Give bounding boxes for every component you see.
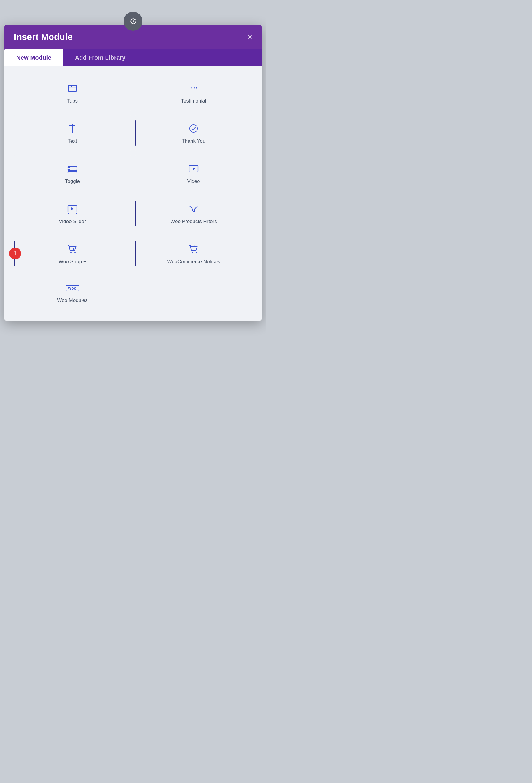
svg-text:": " bbox=[194, 85, 197, 94]
svg-rect-0 bbox=[68, 85, 76, 91]
tabs-label: Tabs bbox=[67, 98, 78, 104]
modal-title: Insert Module bbox=[14, 32, 73, 42]
badge-1: 1 bbox=[9, 248, 21, 259]
woo-shop-icon bbox=[67, 244, 78, 256]
module-woo-products-filters[interactable]: Woo Products Filters bbox=[135, 195, 252, 231]
thank-you-label: Thank You bbox=[182, 138, 206, 145]
svg-point-21 bbox=[74, 252, 76, 253]
module-woocommerce-notices[interactable]: WooCommerce Notices bbox=[135, 236, 252, 272]
modal-content: Tabs " " Testimonial bbox=[4, 66, 261, 321]
svg-point-20 bbox=[70, 252, 71, 253]
text-icon bbox=[67, 123, 78, 135]
module-woo-modules[interactable]: woo Woo Modules bbox=[14, 276, 131, 311]
toggle-label: Toggle bbox=[65, 178, 80, 185]
text-label: Text bbox=[68, 138, 77, 145]
filter-icon bbox=[188, 203, 199, 215]
history-icon bbox=[129, 18, 137, 25]
top-circle-button[interactable] bbox=[124, 12, 143, 31]
toggle-icon bbox=[67, 163, 78, 175]
svg-text:": " bbox=[189, 85, 192, 94]
svg-point-24 bbox=[192, 252, 193, 253]
video-icon bbox=[188, 163, 199, 175]
video-label: Video bbox=[187, 178, 200, 185]
svg-marker-14 bbox=[193, 167, 195, 170]
module-tabs[interactable]: Tabs bbox=[14, 75, 131, 111]
module-thank-you[interactable]: Thank You bbox=[135, 115, 252, 151]
testimonial-label: Testimonial bbox=[181, 98, 206, 104]
woo-notices-icon bbox=[188, 244, 199, 256]
svg-point-25 bbox=[196, 252, 197, 253]
svg-marker-19 bbox=[190, 206, 197, 212]
woo-text-badge: woo bbox=[66, 285, 79, 291]
woo-shop-plus-label: Woo Shop + bbox=[59, 258, 86, 265]
video-slider-icon bbox=[67, 203, 78, 215]
woo-modules-icon: woo bbox=[66, 285, 79, 294]
module-testimonial[interactable]: " " Testimonial bbox=[135, 75, 252, 111]
woocommerce-notices-label: WooCommerce Notices bbox=[167, 258, 220, 265]
empty-cell bbox=[135, 276, 252, 311]
svg-point-7 bbox=[190, 125, 197, 132]
modal-tabs: New Module Add From Library bbox=[4, 49, 261, 66]
module-video[interactable]: Video bbox=[135, 155, 252, 191]
tabs-icon bbox=[67, 83, 78, 95]
tab-add-from-library[interactable]: Add From Library bbox=[63, 49, 137, 66]
woo-products-filters-label: Woo Products Filters bbox=[170, 218, 217, 225]
testimonial-icon: " " bbox=[188, 83, 199, 95]
module-video-slider[interactable]: Video Slider bbox=[14, 195, 131, 231]
outer-wrapper: Insert Module × New Module Add From Libr… bbox=[4, 12, 261, 321]
svg-rect-10 bbox=[68, 172, 77, 173]
module-woo-shop-plus[interactable]: 1 Woo Shop + bbox=[14, 236, 131, 272]
insert-module-modal: Insert Module × New Module Add From Libr… bbox=[4, 25, 261, 321]
close-button[interactable]: × bbox=[248, 33, 252, 41]
woo-modules-label: Woo Modules bbox=[57, 297, 88, 304]
tab-new-module[interactable]: New Module bbox=[4, 49, 63, 66]
module-toggle[interactable]: Toggle bbox=[14, 155, 131, 191]
module-text[interactable]: Text bbox=[14, 115, 131, 151]
modules-grid: Tabs " " Testimonial bbox=[14, 75, 252, 311]
video-slider-label: Video Slider bbox=[59, 218, 86, 225]
svg-marker-16 bbox=[71, 208, 74, 210]
thankyou-icon bbox=[188, 123, 199, 135]
